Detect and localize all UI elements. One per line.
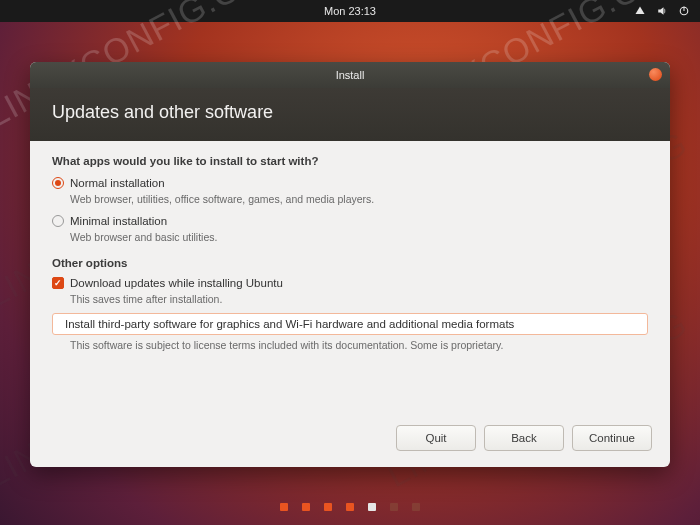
window-title: Install bbox=[336, 69, 365, 81]
radio-icon[interactable] bbox=[52, 215, 64, 227]
step-dot bbox=[346, 503, 354, 511]
step-indicator bbox=[0, 503, 700, 511]
radio-icon[interactable] bbox=[52, 177, 64, 189]
installer-content: What apps would you like to install to s… bbox=[30, 141, 670, 415]
back-button[interactable]: Back bbox=[484, 425, 564, 451]
option-label: Download updates while installing Ubuntu bbox=[70, 277, 283, 289]
close-icon[interactable] bbox=[649, 68, 662, 81]
power-icon[interactable] bbox=[678, 5, 690, 17]
step-dot bbox=[390, 503, 398, 511]
option-minimal-install[interactable]: Minimal installation bbox=[52, 215, 648, 227]
option-desc: This software is subject to license term… bbox=[70, 339, 648, 351]
step-dot bbox=[412, 503, 420, 511]
page-header: Updates and other software bbox=[30, 88, 670, 141]
button-row: Quit Back Continue bbox=[30, 415, 670, 467]
option-label: Normal installation bbox=[70, 177, 165, 189]
step-dot bbox=[302, 503, 310, 511]
step-dot bbox=[280, 503, 288, 511]
system-tray[interactable] bbox=[634, 5, 690, 17]
option-desc: This saves time after installation. bbox=[70, 293, 648, 305]
quit-button[interactable]: Quit bbox=[396, 425, 476, 451]
option-normal-install[interactable]: Normal installation bbox=[52, 177, 648, 189]
step-dot bbox=[368, 503, 376, 511]
svg-rect-1 bbox=[683, 7, 684, 12]
option-label: Minimal installation bbox=[70, 215, 167, 227]
volume-icon[interactable] bbox=[656, 5, 668, 17]
option-download-updates[interactable]: Download updates while installing Ubuntu bbox=[52, 277, 648, 289]
continue-button[interactable]: Continue bbox=[572, 425, 652, 451]
clock: Mon 23:13 bbox=[324, 5, 376, 17]
option-third-party[interactable]: Install third-party software for graphic… bbox=[52, 313, 648, 335]
window-titlebar[interactable]: Install bbox=[30, 62, 670, 88]
network-icon[interactable] bbox=[634, 5, 646, 17]
option-desc: Web browser and basic utilities. bbox=[70, 231, 648, 243]
step-dot bbox=[324, 503, 332, 511]
gnome-topbar: Mon 23:13 bbox=[0, 0, 700, 22]
option-desc: Web browser, utilities, office software,… bbox=[70, 193, 648, 205]
page-title: Updates and other software bbox=[52, 102, 273, 122]
option-label: Install third-party software for graphic… bbox=[65, 318, 514, 330]
install-question: What apps would you like to install to s… bbox=[52, 155, 648, 167]
other-options-heading: Other options bbox=[52, 257, 648, 269]
installer-window: Install Updates and other software What … bbox=[30, 62, 670, 467]
checkbox-icon[interactable] bbox=[52, 277, 64, 289]
